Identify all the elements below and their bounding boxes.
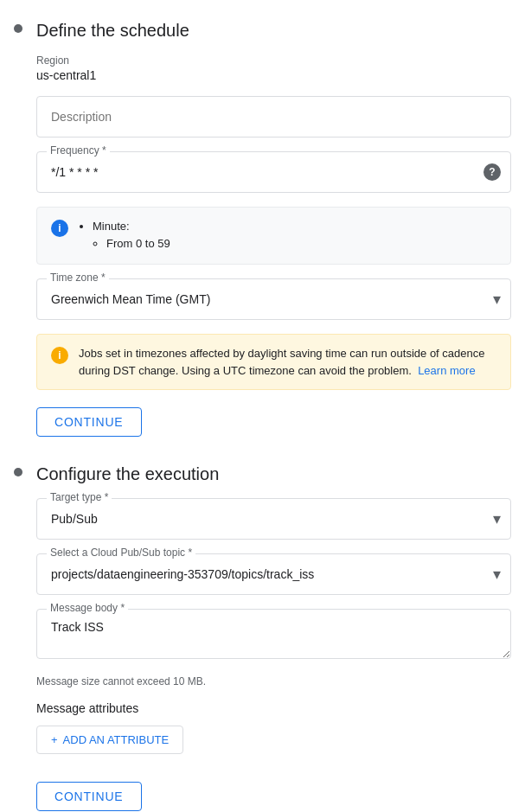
section-define-schedule: Define the schedule Region us-central1 F… xyxy=(14,21,511,437)
timezone-warning-box: i Jobs set in timezones affected by dayl… xyxy=(36,334,511,390)
section-configure-execution: Configure the execution Target type * Pu… xyxy=(14,464,511,811)
learn-more-link[interactable]: Learn more xyxy=(418,364,475,377)
section2-content: Configure the execution Target type * Pu… xyxy=(36,464,511,811)
message-body-wrapper: Message body * Track ISS xyxy=(36,609,511,662)
info-content: Minute: From 0 to 59 xyxy=(79,218,170,253)
section-title: Define the schedule xyxy=(36,21,511,41)
description-wrapper xyxy=(36,96,511,137)
pubsub-topic-wrapper: Select a Cloud Pub/Sub topic * projects/… xyxy=(36,553,511,595)
frequency-info-box: i Minute: From 0 to 59 xyxy=(36,207,511,265)
timezone-select[interactable]: Greenwich Mean Time (GMT) xyxy=(36,278,511,320)
section-bullet-col xyxy=(14,21,22,437)
region-field: Region us-central1 xyxy=(36,54,511,82)
section2-title: Configure the execution xyxy=(36,464,511,484)
section-content: Define the schedule Region us-central1 F… xyxy=(36,21,511,437)
target-type-select[interactable]: Pub/Sub xyxy=(36,498,511,540)
description-input[interactable] xyxy=(36,96,511,137)
section2-bullet-col xyxy=(14,464,22,811)
target-type-wrapper: Target type * Pub/Sub ▾ xyxy=(36,498,511,540)
info-subitem-range: From 0 to 59 xyxy=(106,235,170,253)
warning-icon: i xyxy=(51,347,68,364)
add-attr-plus-icon: + xyxy=(51,733,58,746)
section-bullet xyxy=(14,24,22,33)
frequency-wrapper: Frequency * ? xyxy=(36,151,511,193)
help-icon[interactable]: ? xyxy=(483,163,501,181)
timezone-wrapper: Time zone * Greenwich Mean Time (GMT) ▾ xyxy=(36,278,511,320)
info-icon: i xyxy=(51,220,68,237)
message-attributes-label: Message attributes xyxy=(36,701,511,715)
frequency-input[interactable] xyxy=(36,151,511,193)
add-attribute-button[interactable]: + ADD AN ATTRIBUTE xyxy=(36,726,183,754)
region-label: Region xyxy=(36,54,511,67)
message-hint: Message size cannot exceed 10 MB. xyxy=(36,675,511,687)
warning-content: Jobs set in timezones affected by daylig… xyxy=(79,345,496,379)
info-item-minute: Minute: From 0 to 59 xyxy=(93,218,170,252)
add-attr-label: ADD AN ATTRIBUTE xyxy=(63,733,170,746)
region-value: us-central1 xyxy=(36,68,511,82)
continue-button-2[interactable]: CONTINUE xyxy=(36,782,142,811)
pubsub-topic-select[interactable]: projects/dataengineering-353709/topics/t… xyxy=(36,553,511,595)
message-body-textarea[interactable]: Track ISS xyxy=(36,609,511,659)
section2-bullet xyxy=(14,468,22,476)
continue-button-1[interactable]: CONTINUE xyxy=(36,407,142,437)
